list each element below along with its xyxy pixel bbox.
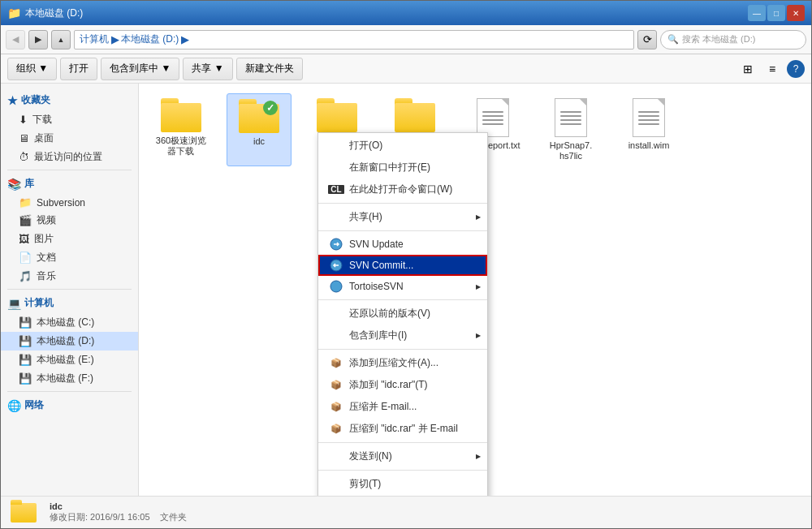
forward-button[interactable]: ▶ bbox=[28, 30, 48, 49]
status-item-name: idc bbox=[50, 501, 187, 511]
desktop-icon: 🖥 bbox=[19, 132, 29, 144]
ctx-copy[interactable]: 复制(C) bbox=[318, 495, 487, 496]
sidebar-item-subversion[interactable]: 📁 Subversion bbox=[1, 194, 138, 211]
sidebar-section-computer: 💻 计算机 💾 本地磁盘 (C:) 💾 本地磁盘 (D:) 💾 本地磁盘 (E:… bbox=[1, 293, 138, 388]
svg-point-2 bbox=[330, 281, 342, 292]
file-name-install: install.wim bbox=[628, 140, 670, 151]
file-item-360[interactable]: 360极速浏览器下载 bbox=[149, 93, 214, 166]
ctx-tortoise-svn-label: TortoiseSVN bbox=[349, 281, 404, 292]
ctx-revert[interactable]: 还原以前的版本(V) bbox=[318, 303, 487, 325]
ctx-compress-rar-email-icon: 📦 bbox=[328, 424, 344, 434]
file-item-install[interactable]: install.wim bbox=[616, 93, 681, 166]
favorites-icon: ★ bbox=[7, 94, 18, 107]
ctx-svn-update-label: SVN Update bbox=[349, 239, 404, 250]
ctx-sep-2 bbox=[318, 230, 487, 231]
ctx-revert-label: 还原以前的版本(V) bbox=[349, 307, 430, 320]
subversion-label: Subversion bbox=[37, 197, 85, 209]
ctx-open-cmd[interactable]: CL 在此处打开命令窗口(W) bbox=[318, 178, 487, 200]
status-item-detail: 修改日期: 2016/9/1 16:05 文件夹 bbox=[50, 511, 187, 523]
titlebar-controls: — □ ✕ bbox=[748, 5, 805, 21]
ctx-svn-commit[interactable]: SVN Commit... bbox=[318, 255, 487, 276]
sidebar-item-disk-e[interactable]: 💾 本地磁盘 (E:) bbox=[1, 351, 138, 369]
sidebar-item-video[interactable]: 🎬 视频 bbox=[1, 211, 138, 230]
computer-label: 计算机 bbox=[24, 296, 54, 310]
address-separator-2: ▶ bbox=[181, 34, 188, 45]
sidebar-item-disk-d[interactable]: 💾 本地磁盘 (D:) bbox=[1, 332, 138, 351]
address-box[interactable]: 计算机 ▶ 本地磁盘 (D:) ▶ bbox=[74, 30, 634, 49]
ctx-open-new-window[interactable]: 在新窗口中打开(E) bbox=[318, 157, 487, 178]
sidebar-item-pictures[interactable]: 🖼 图片 bbox=[1, 230, 138, 248]
ctx-add-rar-label: 添加到 "idc.rar"(T) bbox=[349, 378, 428, 392]
share-button[interactable]: 共享 ▼ bbox=[183, 58, 232, 80]
sidebar-item-download[interactable]: ⬇ 下载 bbox=[1, 110, 138, 129]
open-button[interactable]: 打开 bbox=[60, 58, 97, 80]
new-folder-button[interactable]: 新建文件夹 bbox=[236, 58, 303, 80]
ctx-tortoise-svn-icon bbox=[328, 280, 344, 293]
disk-d-icon: 💾 bbox=[19, 335, 32, 347]
sidebar-header-computer[interactable]: 💻 计算机 bbox=[1, 293, 138, 313]
doc-lines-bugreport bbox=[482, 109, 503, 127]
ctx-open[interactable]: 打开(O) bbox=[318, 135, 487, 157]
folder-icon-163mail bbox=[395, 98, 435, 132]
sidebar-item-recent[interactable]: ⏱ 最近访问的位置 bbox=[1, 148, 138, 166]
view-icon-button[interactable]: ⊞ bbox=[738, 59, 758, 79]
search-box[interactable]: 🔍 搜索 本地磁盘 (D:) bbox=[660, 30, 806, 49]
sidebar-header-network[interactable]: 🌐 网络 bbox=[1, 395, 138, 415]
statusbar: idc 修改日期: 2016/9/1 16:05 文件夹 bbox=[1, 496, 811, 528]
maximize-button[interactable]: □ bbox=[767, 5, 785, 21]
disk-f-label: 本地磁盘 (F:) bbox=[37, 372, 93, 385]
status-item-type: 文件夹 bbox=[160, 512, 187, 522]
ctx-send-to[interactable]: 发送到(N) bbox=[318, 445, 487, 467]
library-label: 库 bbox=[24, 177, 34, 191]
titlebar-title: 本地磁盘 (D:) bbox=[25, 6, 83, 20]
ctx-share[interactable]: 共享(H) bbox=[318, 206, 487, 228]
sidebar-item-documents[interactable]: 📄 文档 bbox=[1, 248, 138, 267]
sidebar-item-disk-f[interactable]: 💾 本地磁盘 (F:) bbox=[1, 369, 138, 388]
up-button[interactable]: ▲ bbox=[51, 30, 71, 49]
ctx-svn-commit-icon bbox=[328, 259, 344, 272]
ctx-svn-update[interactable]: SVN Update bbox=[318, 234, 487, 255]
ctx-share-label: 共享(H) bbox=[349, 210, 382, 224]
ctx-svn-commit-label: SVN Commit... bbox=[349, 260, 413, 271]
help-button[interactable]: ? bbox=[787, 60, 805, 78]
recent-label: 最近访问的位置 bbox=[34, 150, 102, 164]
minimize-button[interactable]: — bbox=[748, 5, 766, 21]
ctx-cut-label: 剪切(T) bbox=[349, 477, 381, 491]
ctx-add-rar[interactable]: 📦 添加到 "idc.rar"(T) bbox=[318, 374, 487, 396]
sidebar-item-disk-c[interactable]: 💾 本地磁盘 (C:) bbox=[1, 313, 138, 332]
ctx-cut[interactable]: 剪切(T) bbox=[318, 473, 487, 495]
ctx-compress-rar-email[interactable]: 📦 压缩到 "idc.rar" 并 E-mail bbox=[318, 418, 487, 440]
file-item-idc[interactable]: ✓ idc bbox=[227, 93, 292, 166]
ctx-tortoise-svn[interactable]: TortoiseSVN bbox=[318, 276, 487, 297]
view-list-button[interactable]: ≡ bbox=[762, 59, 782, 79]
search-placeholder: 搜索 本地磁盘 (D:) bbox=[682, 33, 755, 45]
ctx-sep-3 bbox=[318, 299, 487, 300]
file-name-idc: idc bbox=[253, 136, 265, 147]
refresh-button[interactable]: ⟳ bbox=[637, 30, 657, 49]
sidebar-header-library[interactable]: 📚 库 bbox=[1, 174, 138, 194]
ctx-compress-email[interactable]: 📦 压缩并 E-mail... bbox=[318, 396, 487, 418]
search-icon: 🔍 bbox=[667, 34, 679, 45]
titlebar-left: 📁 本地磁盘 (D:) bbox=[7, 6, 83, 20]
include-library-button[interactable]: 包含到库中 ▼ bbox=[101, 58, 179, 80]
back-button[interactable]: ◀ bbox=[6, 30, 25, 49]
doc-icon-install bbox=[633, 98, 665, 137]
favorites-label: 收藏夹 bbox=[21, 93, 50, 107]
music-icon: 🎵 bbox=[19, 270, 32, 282]
ctx-include-lib[interactable]: 包含到库中(I) bbox=[318, 325, 487, 346]
sidebar-header-favorites[interactable]: ★ 收藏夹 bbox=[1, 90, 138, 110]
sidebar-item-music[interactable]: 🎵 音乐 bbox=[1, 267, 138, 286]
close-button[interactable]: ✕ bbox=[787, 5, 805, 21]
file-item-hprsnap[interactable]: HprSnap7.hs7lic bbox=[538, 93, 603, 166]
ctx-add-zip-icon: 📦 bbox=[328, 358, 344, 368]
library-icon: 📚 bbox=[7, 178, 21, 191]
ctx-include-lib-label: 包含到库中(I) bbox=[349, 329, 407, 342]
sidebar-section-favorites: ★ 收藏夹 ⬇ 下载 🖥 桌面 ⏱ 最近访问的位置 bbox=[1, 90, 138, 166]
ctx-add-zip[interactable]: 📦 添加到压缩文件(A)... bbox=[318, 352, 487, 374]
disk-c-icon: 💾 bbox=[19, 316, 32, 329]
organize-button[interactable]: 组织 ▼ bbox=[7, 58, 57, 80]
video-label: 视频 bbox=[37, 213, 56, 227]
addressbar: ◀ ▶ ▲ 计算机 ▶ 本地磁盘 (D:) ▶ ⟳ 🔍 搜索 本地磁盘 (D:) bbox=[1, 25, 811, 54]
toolbar: 组织 ▼ 打开 包含到库中 ▼ 共享 ▼ 新建文件夹 ⊞ ≡ ? bbox=[1, 54, 811, 84]
sidebar-item-desktop[interactable]: 🖥 桌面 bbox=[1, 129, 138, 148]
